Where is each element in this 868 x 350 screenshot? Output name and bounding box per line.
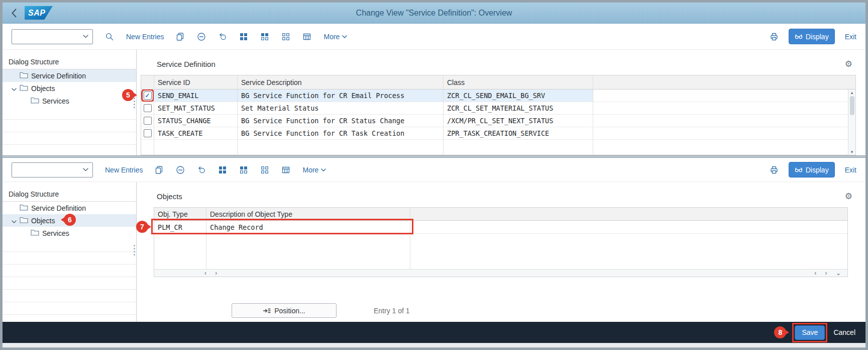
cell-object-description[interactable]: Change Record	[206, 221, 410, 234]
table-row[interactable]: ✓ SEND_EMAIL BG Service Function for CR …	[141, 90, 855, 102]
sap-logo: SAP	[25, 6, 53, 20]
cell-service-description[interactable]: BG Service Function for CR Email Process	[238, 90, 444, 102]
row-checkbox[interactable]: ✓	[144, 92, 152, 100]
sap-window: SAP Change View "Service Definition": Ov…	[0, 0, 868, 350]
titlebar: SAP Change View "Service Definition": Ov…	[3, 3, 865, 24]
position-button[interactable]: Position...	[232, 303, 337, 318]
tree-item-label: Service Definition	[31, 204, 86, 212]
command-combobox[interactable]	[12, 29, 93, 44]
vertical-scrollbar[interactable]: ▴ ▾	[848, 90, 855, 155]
select-column-header[interactable]	[141, 75, 154, 90]
settings-gear-icon[interactable]: ⚙	[845, 192, 852, 201]
save-button[interactable]: Save	[795, 325, 825, 340]
cell-service-id[interactable]: SEND_EMAIL	[154, 90, 238, 102]
tree-item-services[interactable]: Services	[3, 227, 136, 239]
cell-class[interactable]: ZPR_TASK_CREATION_SERVICE	[444, 127, 593, 140]
table-row[interactable]: STATUS_CHANGE BG Service Function for CR…	[141, 115, 855, 127]
scrollbar-thumb[interactable]	[850, 96, 854, 115]
objects-table: Obj. Type Description of Object Type PLM…	[154, 207, 848, 277]
cell-class[interactable]: ZCR_CL_SEND_EMAIL_BG_SRV	[444, 90, 593, 102]
exit-button[interactable]: Exit	[845, 33, 856, 41]
more-menu-button[interactable]: More	[302, 166, 326, 174]
search-icon[interactable]	[105, 32, 114, 41]
hscroll-corner-icons[interactable]: ‹ › ⌄	[814, 270, 844, 277]
annotation-step-8: 8	[774, 326, 786, 338]
table-row[interactable]: TASK_CREATE BG Service Function for CR T…	[141, 127, 855, 140]
page-title: Change View "Service Definition": Overvi…	[3, 9, 865, 18]
hscroll-arrows-icon[interactable]: ‹ ›	[204, 270, 221, 277]
cell-class[interactable]: ZCR_CL_SET_MATERIAL_STATUS	[444, 102, 593, 115]
section-title: Service Definition	[157, 60, 215, 68]
column-header[interactable]: Class	[444, 75, 593, 90]
cell-service-description[interactable]: Set Material Status	[238, 102, 444, 115]
settings-gear-icon[interactable]: ⚙	[845, 60, 852, 68]
back-button[interactable]	[11, 8, 18, 18]
column-header[interactable]: Description of Object Type	[206, 208, 410, 221]
display-button[interactable]: Display	[789, 162, 835, 178]
splitter-grip[interactable]	[134, 245, 135, 255]
deselect-all-icon[interactable]	[281, 32, 290, 41]
display-button[interactable]: Display	[789, 29, 835, 44]
chevron-down-icon[interactable]	[12, 84, 17, 93]
cell-service-description[interactable]: BG Service Function for CR Task Creation	[238, 127, 444, 140]
select-block-icon[interactable]	[239, 165, 248, 174]
undo-icon[interactable]	[197, 165, 206, 174]
cell-service-description[interactable]: BG Service Function for CR Status Change	[238, 115, 444, 127]
column-header[interactable]: Obj. Type	[154, 208, 206, 221]
undo-icon[interactable]	[218, 32, 227, 41]
scroll-down-icon[interactable]: ▾	[851, 149, 853, 154]
cell-service-id[interactable]: STATUS_CHANGE	[154, 115, 238, 127]
cell-class[interactable]: /XCM/PR_CL_SET_NEXT_STATUS	[444, 115, 593, 127]
new-entries-button[interactable]: New Entries	[126, 33, 164, 41]
select-all-icon[interactable]	[239, 32, 248, 41]
tree-item-objects[interactable]: Objects	[3, 82, 136, 95]
copy-icon[interactable]	[176, 32, 185, 41]
table-settings-icon[interactable]	[302, 32, 311, 41]
column-header[interactable]: Service Description	[238, 75, 444, 90]
dialog-structure-header: Dialog Structure	[3, 55, 136, 69]
footer-bar: 8 Save Cancel	[3, 322, 865, 343]
bottom-strip	[3, 343, 865, 347]
command-combobox[interactable]	[12, 162, 93, 178]
row-checkbox[interactable]	[144, 129, 152, 137]
annotation-box-save: Save	[792, 323, 827, 342]
select-all-icon[interactable]	[218, 165, 227, 174]
table-row[interactable]: SET_MAT_STATUS Set Material Status ZCR_C…	[141, 102, 855, 115]
delete-row-icon[interactable]	[176, 165, 185, 174]
folder-icon	[20, 217, 28, 225]
exit-button[interactable]: Exit	[845, 166, 856, 174]
cell-service-id[interactable]: SET_MAT_STATUS	[154, 102, 238, 115]
deselect-all-icon[interactable]	[260, 165, 269, 174]
glasses-icon	[795, 34, 803, 39]
print-icon[interactable]	[770, 165, 779, 174]
chevron-down-icon	[342, 35, 347, 38]
table-settings-icon[interactable]	[281, 165, 290, 174]
delete-row-icon[interactable]	[197, 32, 206, 41]
service-definition-main: Service Definition ⚙ Service ID Service …	[137, 50, 865, 155]
new-entries-button[interactable]: New Entries	[105, 166, 143, 174]
row-checkbox[interactable]	[144, 104, 152, 112]
more-menu-button[interactable]: More	[323, 33, 347, 41]
cancel-button[interactable]: Cancel	[833, 328, 855, 336]
tree-item-service-definition[interactable]: Service Definition	[3, 69, 136, 82]
tree-item-service-definition[interactable]: Service Definition	[3, 202, 136, 214]
application-toolbar-top: New Entries More	[3, 24, 865, 50]
cell-service-id[interactable]: TASK_CREATE	[154, 127, 238, 140]
chevron-down-icon[interactable]	[12, 217, 17, 225]
column-header[interactable]: Service ID	[154, 75, 238, 90]
dialog-structure-panel-top: Dialog Structure Service Definition Obje…	[3, 50, 137, 155]
copy-icon[interactable]	[155, 165, 164, 174]
splitter-grip[interactable]	[134, 98, 135, 108]
select-block-icon[interactable]	[260, 32, 269, 41]
entry-status: Entry 1 of 1	[374, 307, 410, 315]
tree-item-services[interactable]: Services	[3, 95, 136, 107]
scroll-up-icon[interactable]: ▴	[851, 90, 853, 95]
print-icon[interactable]	[770, 32, 779, 41]
table-row[interactable]: PLM_CR Change Record	[154, 221, 847, 234]
empty-table-row	[141, 140, 855, 155]
glasses-icon	[795, 167, 803, 172]
chevron-down-icon	[83, 168, 88, 171]
cell-object-type[interactable]: PLM_CR	[154, 221, 206, 234]
horizontal-scrollbar[interactable]: ‹ › ‹ › ⌄	[154, 269, 847, 277]
row-checkbox[interactable]	[144, 117, 152, 125]
